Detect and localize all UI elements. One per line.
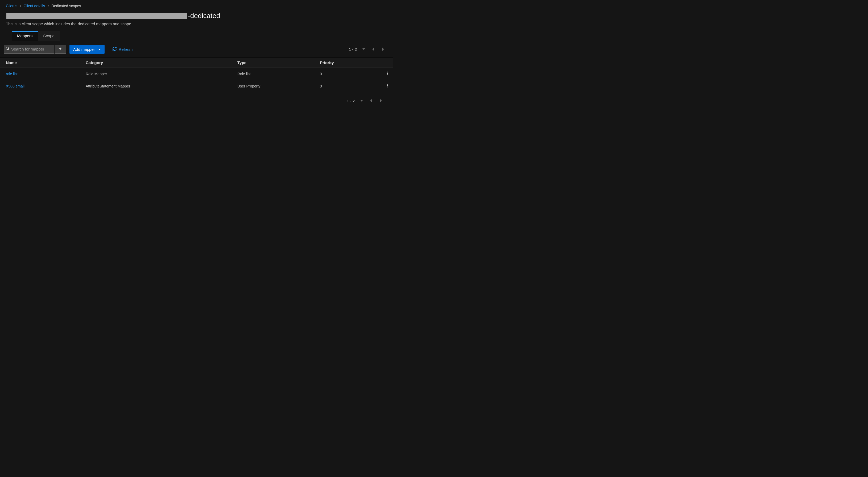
svg-point-3 (387, 84, 388, 85)
refresh-label: Refresh (119, 47, 133, 52)
search-group (4, 45, 66, 54)
row-actions-button[interactable] (386, 70, 389, 77)
breadcrumb-client-details[interactable]: Client details (24, 4, 45, 8)
mapper-name-link[interactable]: role list (6, 72, 18, 76)
refresh-icon (113, 47, 117, 52)
kebab-icon (387, 84, 388, 88)
svg-point-4 (387, 86, 388, 86)
mapper-category: Role Mapper (80, 68, 231, 80)
breadcrumb: Clients Client details Dedicated scopes (0, 3, 393, 11)
search-icon (6, 47, 9, 51)
breadcrumb-clients[interactable]: Clients (6, 4, 17, 8)
table-row: X500 email AttributeStatement Mapper Use… (0, 80, 393, 92)
svg-point-0 (387, 72, 388, 73)
arrow-right-icon (58, 46, 62, 52)
mapper-priority: 0 (314, 80, 380, 92)
tab-mappers[interactable]: Mappers (12, 31, 38, 41)
title-suffix: -dedicated (188, 12, 220, 20)
add-mapper-button[interactable]: Add mapper (69, 45, 104, 54)
mappers-table: Name Category Type Priority role list Ro… (0, 58, 393, 92)
caret-down-icon (98, 47, 101, 52)
th-actions (380, 58, 393, 68)
tab-scope[interactable]: Scope (38, 31, 60, 41)
svg-point-1 (387, 73, 388, 74)
toolbar: Add mapper Refresh 1 - 2 (0, 41, 393, 58)
svg-point-2 (387, 74, 388, 75)
refresh-button[interactable]: Refresh (113, 47, 133, 52)
mapper-category: AttributeStatement Mapper (80, 80, 231, 92)
page-subtitle: This is a client scope which includes th… (0, 20, 393, 31)
pagination-items-dropdown[interactable] (360, 45, 368, 54)
pagination-next[interactable] (376, 97, 385, 105)
mapper-type: User Property (231, 80, 314, 92)
mapper-type: Role list (231, 68, 314, 80)
pagination-items-dropdown[interactable] (358, 97, 366, 105)
pagination-prev[interactable] (369, 45, 378, 54)
table-row: role list Role Mapper Role list 0 (0, 68, 393, 80)
pagination-top: 1 - 2 (349, 45, 389, 54)
breadcrumb-current: Dedicated scopes (51, 4, 81, 8)
th-priority: Priority (314, 58, 380, 68)
kebab-icon (387, 72, 388, 76)
pagination-range: 1 - 2 (349, 47, 357, 52)
svg-point-5 (387, 87, 388, 88)
chevron-right-icon (47, 4, 49, 7)
mapper-name-link[interactable]: X500 email (6, 84, 25, 88)
th-name: Name (0, 58, 80, 68)
title-redacted (6, 13, 187, 19)
chevron-right-icon (20, 4, 22, 7)
th-type: Type (231, 58, 314, 68)
pagination-bottom: 1 - 2 (347, 97, 387, 105)
search-input-wrap (4, 45, 54, 54)
add-mapper-label: Add mapper (73, 47, 95, 52)
search-submit-button[interactable] (55, 45, 66, 54)
tabs: Mappers Scope (0, 31, 393, 41)
pagination-next[interactable] (379, 45, 387, 54)
page-title: -dedicated (6, 12, 220, 20)
pagination-prev[interactable] (367, 97, 375, 105)
search-input[interactable] (9, 47, 52, 51)
th-category: Category (80, 58, 231, 68)
pagination-range: 1 - 2 (347, 99, 355, 103)
mapper-priority: 0 (314, 68, 380, 80)
row-actions-button[interactable] (386, 83, 389, 89)
